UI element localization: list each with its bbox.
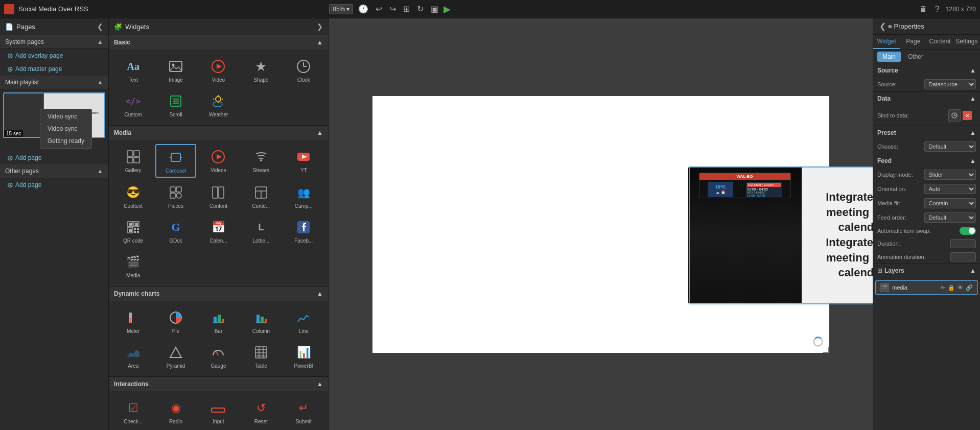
widget-table[interactable]: Table — [241, 340, 281, 372]
zoom-control[interactable]: 85% ▾ — [329, 4, 353, 14]
widget-column[interactable]: Column — [241, 305, 281, 338]
prop-subtab-other[interactable]: Other — [903, 52, 928, 62]
widget-yt[interactable]: YT — [284, 144, 324, 178]
refresh-btn[interactable]: ↻ — [415, 3, 426, 15]
widget-submit[interactable]: ↵ Submit — [284, 395, 324, 428]
context-menu-item-1[interactable]: Video sync — [40, 110, 91, 123]
layer-lock-btn[interactable]: 🔒 — [947, 284, 955, 292]
widget-text[interactable]: Aa Text — [113, 54, 153, 86]
bind-icon-btn[interactable] — [948, 109, 961, 122]
prop-tab-content[interactable]: Content — [927, 35, 953, 49]
canvas-resize-handle[interactable] — [823, 347, 829, 353]
other-pages-toggle[interactable]: ▲ — [97, 168, 103, 175]
help-btn[interactable]: ? — [933, 4, 942, 15]
context-menu-item-2[interactable]: Video sync — [40, 123, 91, 135]
widget-scroll[interactable]: Scroll — [155, 88, 196, 121]
layer-link-btn[interactable]: 🔗 — [965, 284, 973, 292]
duration-input[interactable]: 3 — [950, 239, 976, 248]
widget-lottie[interactable]: L Lottie... — [241, 214, 281, 247]
feed-section-header[interactable]: Feed ▲ — [873, 154, 980, 168]
source-select[interactable]: Datasource — [924, 79, 976, 89]
monitor-icon[interactable]: 🖥 — [917, 4, 929, 15]
prop-tab-widget[interactable]: Widget — [873, 35, 900, 49]
system-pages-toggle[interactable]: ▲ — [97, 38, 103, 45]
history-btn[interactable]: 🕐 — [356, 3, 370, 15]
add-page-main-btn[interactable]: ⊕ Add page — [0, 151, 108, 164]
pyramid-label: Pyramid — [167, 363, 185, 369]
widget-radio[interactable]: ◉ Radio — [155, 395, 196, 428]
pieces-icon — [167, 183, 185, 202]
properties-collapse-btn[interactable]: ❮ — [877, 21, 888, 31]
widget-pieces[interactable]: Pieces — [155, 180, 196, 212]
widget-powerbi[interactable]: 📊 PowerBI — [284, 340, 324, 372]
auto-swap-toggle[interactable] — [960, 227, 976, 235]
interactions-header[interactable]: Interactions ▲ — [109, 377, 328, 391]
widget-carousel[interactable]: Carousel — [155, 144, 196, 178]
widget-gallery[interactable]: Gallery — [113, 144, 153, 178]
animation-duration-input[interactable]: 2 — [950, 252, 976, 261]
widget-stream[interactable]: Stream — [241, 144, 281, 178]
layer-edit-btn[interactable]: ✏ — [940, 284, 946, 292]
widgets-collapse-btn[interactable]: ❯ — [317, 22, 323, 31]
add-overlay-btn[interactable]: ⊕ Add overlay page — [0, 49, 108, 62]
feed-order-select[interactable]: Default — [924, 212, 976, 223]
grid-btn[interactable]: ⊞ — [401, 3, 412, 15]
prop-tab-settings[interactable]: Settings — [953, 35, 980, 49]
source-section: Source ▲ Source: Datasource — [873, 64, 980, 92]
preset-section-header[interactable]: Preset ▲ — [873, 126, 980, 139]
svg-rect-50 — [130, 318, 131, 323]
widget-line[interactable]: Line — [284, 305, 324, 338]
media-section-header[interactable]: Media ▲ — [109, 126, 328, 140]
widget-media[interactable]: 🎬 Media — [113, 249, 153, 282]
widget-camp[interactable]: 👥 Camp... — [284, 180, 324, 212]
widget-video[interactable]: Video — [198, 54, 239, 86]
add-page-other-btn[interactable]: ⊕ Add page — [0, 178, 108, 192]
layers-section-header[interactable]: ⊞ Layers ▲ — [873, 264, 980, 277]
main-playlist-toggle[interactable]: ▲ — [97, 79, 103, 86]
undo-btn[interactable]: ↩ — [374, 3, 384, 15]
preset-select[interactable]: Default — [924, 141, 976, 152]
widget-shape[interactable]: ★ Shape — [241, 54, 281, 86]
widget-qrcode[interactable]: QR code — [113, 214, 153, 247]
page-thumb-default[interactable]: Integrate your meeting room calendar! 15… — [3, 92, 105, 138]
media-fit-select[interactable]: Contain — [924, 198, 976, 208]
layer-item-media[interactable]: 🎬 media ✏ 🔒 👁 🔗 — [875, 280, 978, 295]
widget-meter[interactable]: Meter — [113, 305, 153, 338]
widget-videos[interactable]: Videos — [198, 144, 239, 178]
orientation-select[interactable]: Auto — [924, 184, 976, 194]
widget-cooltext[interactable]: 😎 Cooltext — [113, 180, 153, 212]
widget-area[interactable]: Area — [113, 340, 153, 372]
widget-pie[interactable]: Pie — [155, 305, 196, 338]
play-btn[interactable]: ▶ — [444, 4, 451, 15]
prop-subtab-main[interactable]: Main — [877, 52, 901, 62]
widget-gauge[interactable]: Gauge — [198, 340, 239, 372]
widget-custom[interactable]: </> Custom — [113, 88, 153, 121]
widget-clock[interactable]: Clock — [284, 54, 324, 86]
basic-section-header[interactable]: Basic ▲ — [109, 35, 328, 50]
widget-calendar[interactable]: 📅 Calen... — [198, 214, 239, 247]
layout-btn[interactable]: ▣ — [429, 3, 440, 15]
widget-weather[interactable]: Weather — [198, 88, 239, 121]
duration-label: Duration: — [877, 241, 950, 247]
layer-visibility-btn[interactable]: 👁 — [957, 284, 964, 292]
widget-reset[interactable]: ↺ Reset — [241, 395, 281, 428]
add-master-btn[interactable]: ⊕ Add master page — [0, 62, 108, 76]
pages-collapse-btn[interactable]: ❮ — [97, 22, 103, 31]
widget-conte[interactable]: Conte... — [241, 180, 281, 212]
bind-close-btn[interactable]: ✕ — [963, 111, 972, 120]
data-section-header[interactable]: Data ▲ — [873, 92, 980, 105]
widget-checkbox[interactable]: ☑ Check... — [113, 395, 153, 428]
source-section-header[interactable]: Source ▲ — [873, 64, 980, 77]
prop-tab-page[interactable]: Page — [900, 35, 926, 49]
widget-pyramid[interactable]: Pyramid — [155, 340, 196, 372]
context-menu-item-3[interactable]: Getting ready — [40, 135, 91, 147]
widget-input[interactable]: Input — [198, 395, 239, 428]
redo-btn[interactable]: ↪ — [387, 3, 398, 15]
widget-bar[interactable]: Bar — [198, 305, 239, 338]
widget-gdoc[interactable]: G GDoc — [155, 214, 196, 247]
widget-content[interactable]: Content — [198, 180, 239, 212]
widget-facebook[interactable]: Faceb... — [284, 214, 324, 247]
display-mode-select[interactable]: Slider — [924, 170, 976, 180]
widget-image[interactable]: Image — [155, 54, 196, 86]
dynamic-charts-header[interactable]: Dynamic charts ▲ — [109, 286, 328, 301]
